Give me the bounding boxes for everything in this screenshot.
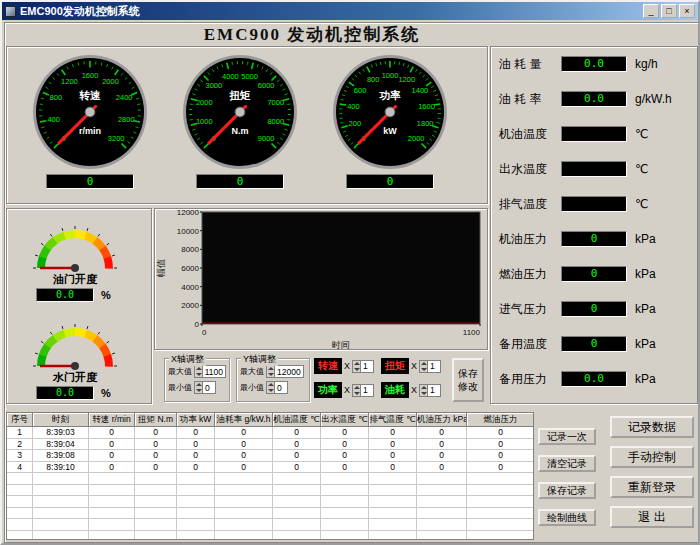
table-cell (7, 473, 33, 485)
column-header: 转速 r/min (89, 413, 135, 427)
table-cell: 0 (321, 450, 369, 462)
table-cell (33, 485, 89, 497)
x-max-value[interactable]: 1100 (203, 367, 225, 377)
power-axis-label: X (344, 385, 350, 395)
spinner-arrows-icon[interactable] (267, 382, 275, 393)
speed-series-chip[interactable]: 转速 (314, 358, 342, 374)
table-cell: 0 (369, 450, 417, 462)
table-cell (273, 531, 321, 541)
spinner-arrows-icon[interactable] (420, 361, 428, 372)
svg-text:4000: 4000 (222, 72, 239, 81)
svg-text:12000: 12000 (177, 208, 200, 217)
power-gauge: 0200400600800100012001400160018002000功率k… (332, 54, 448, 170)
record-once-button[interactable]: 记录一次 (538, 428, 596, 445)
record-data-button[interactable]: 记录数据 (610, 416, 694, 438)
exhaust-temperature-unit: ℃ (635, 197, 648, 211)
manual-control-button[interactable]: 手动控制 (610, 446, 694, 468)
spinner-arrows-icon[interactable] (267, 366, 275, 377)
table-cell (177, 485, 215, 497)
y-max-value[interactable]: 12000 (275, 367, 303, 377)
table-cell: 0 (321, 462, 369, 474)
fuel-series-chip[interactable]: 油耗 (381, 382, 409, 398)
x-min-value[interactable]: 0 (203, 383, 215, 393)
table-cell (89, 473, 135, 485)
minimize-button[interactable]: _ (643, 4, 659, 18)
draw-curve-button[interactable]: 绘制曲线 (538, 509, 596, 526)
table-cell: 0 (135, 462, 177, 474)
y-max-spinner[interactable]: 12000 (266, 365, 304, 378)
spare-pressure-unit: kPa (635, 372, 656, 386)
table-cell: 0 (321, 427, 369, 439)
titlebar[interactable]: EMC900发动机控制系统 _ □ × (2, 2, 698, 20)
speed-scale-spinner-value[interactable]: 1 (361, 361, 373, 371)
spare-temperature-display: 0 (561, 336, 627, 352)
fuel-scale-spinner-value[interactable]: 1 (428, 385, 440, 395)
fuel-rate-label: 油 耗 率 (499, 91, 561, 108)
readout-row-intake-pressure: 进气压力0kPa (499, 301, 698, 317)
speed-scale-spinner[interactable]: 1 (352, 360, 374, 373)
readout-row-fuel-pressure: 燃油压力0kPa (499, 266, 698, 282)
power-scale-spinner-value[interactable]: 1 (361, 385, 373, 395)
table-cell (177, 519, 215, 531)
relogin-button[interactable]: 重新登录 (610, 476, 694, 498)
table-row-empty (7, 485, 533, 497)
spare-temperature-unit: kPa (635, 337, 656, 351)
column-header: 机油压力 kPa (417, 413, 467, 427)
table-cell: 0 (467, 427, 534, 439)
table-row-4[interactable]: 48:39:10000000000 (7, 462, 533, 474)
table-cell: 0 (369, 439, 417, 451)
y-axis-adjust-group: Y轴调整 最大值 12000 最小值 0 (236, 358, 310, 402)
table-cell: 0 (417, 450, 467, 462)
svg-text:1400: 1400 (412, 86, 429, 95)
spinner-arrows-icon[interactable] (195, 366, 203, 377)
intake-pressure-unit: kPa (635, 302, 656, 316)
y-min-spinner[interactable]: 0 (266, 381, 288, 394)
spinner-arrows-icon[interactable] (420, 385, 428, 396)
power-scale-spinner[interactable]: 1 (352, 384, 374, 397)
x-min-spinner[interactable]: 0 (194, 381, 216, 394)
table-cell: 0 (135, 427, 177, 439)
column-header: 功率 kW (177, 413, 215, 427)
power-series-chip[interactable]: 功率 (314, 382, 342, 398)
table-row-1[interactable]: 18:39:03000000000 (7, 427, 533, 439)
table-cell (215, 496, 273, 508)
table-cell (417, 531, 467, 541)
table-cell (89, 496, 135, 508)
table-row-2[interactable]: 28:39:04000000000 (7, 439, 533, 451)
torque-scale-spinner[interactable]: 1 (419, 360, 441, 373)
oil-temperature-display (561, 126, 627, 142)
table-row-empty (7, 531, 533, 541)
svg-text:2400: 2400 (116, 93, 133, 102)
table-cell (273, 508, 321, 520)
table-cell: 0 (215, 439, 273, 451)
fuel-scale-spinner[interactable]: 1 (419, 384, 441, 397)
clear-records-button[interactable]: 清空记录 (538, 455, 596, 472)
y-min-value[interactable]: 0 (275, 383, 287, 393)
table-cell: 0 (177, 427, 215, 439)
save-records-button[interactable]: 保存记录 (538, 482, 596, 499)
series-toggle-speed: 转速X1 (314, 358, 381, 374)
svg-text:800: 800 (367, 75, 380, 84)
torque-series-chip[interactable]: 扭矩 (381, 358, 409, 374)
table-cell (467, 485, 534, 497)
svg-text:6000: 6000 (181, 264, 199, 273)
close-button[interactable]: × (679, 4, 695, 18)
svg-text:转速: 转速 (79, 89, 102, 101)
save-changes-button[interactable]: 保存修改 (452, 358, 484, 402)
table-cell: 0 (273, 439, 321, 451)
table-cell (369, 519, 417, 531)
maximize-button[interactable]: □ (661, 4, 677, 18)
table-row-3[interactable]: 38:39:08000000000 (7, 450, 533, 462)
svg-text:9000: 9000 (258, 134, 275, 143)
spinner-arrows-icon[interactable] (195, 382, 203, 393)
spinner-arrows-icon[interactable] (353, 361, 361, 372)
exit-button[interactable]: 退 出 (610, 506, 694, 528)
svg-text:N.m: N.m (231, 126, 248, 136)
svg-text:6000: 6000 (258, 81, 275, 90)
spinner-arrows-icon[interactable] (353, 385, 361, 396)
table-cell (369, 473, 417, 485)
water-temperature-label: 出水温度 (499, 161, 561, 178)
readout-row-spare-pressure: 备用压力0.0kPa (499, 371, 698, 387)
torque-scale-spinner-value[interactable]: 1 (428, 361, 440, 371)
x-max-spinner[interactable]: 1100 (194, 365, 226, 378)
